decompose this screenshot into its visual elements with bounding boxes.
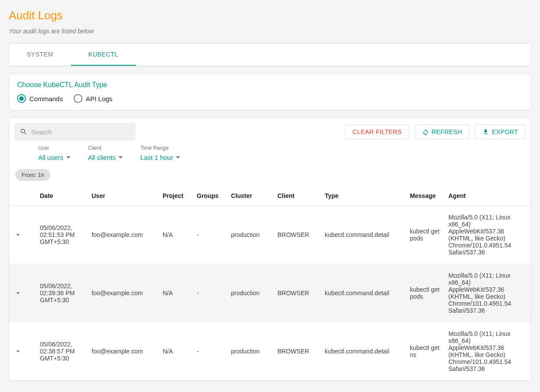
filter-time-label: Time Range	[140, 145, 180, 151]
cell-type: kubectl.command.detail	[320, 264, 405, 322]
filter-time-select[interactable]: Last 1 hour	[140, 154, 180, 161]
expand-row-icon[interactable]	[14, 289, 31, 297]
logs-card: CLEAR FILTERS REFRESH EXPORT User All us…	[9, 117, 531, 381]
filter-user-select[interactable]: All users	[38, 154, 71, 161]
export-button[interactable]: EXPORT	[475, 124, 526, 139]
cell-date: 05/06/2022, 02:51:53 PM GMT+5:30	[36, 206, 87, 264]
col-user: User	[87, 186, 158, 206]
cell-groups: -	[192, 264, 227, 322]
col-project: Project	[158, 186, 192, 206]
page-subtitle: Your audit logs are listed below	[9, 28, 531, 35]
expand-row-icon[interactable]	[14, 230, 31, 239]
refresh-button[interactable]: REFRESH	[415, 124, 470, 139]
page-title: Audit Logs	[9, 9, 531, 22]
refresh-icon	[422, 128, 429, 135]
col-date: Date	[36, 186, 87, 206]
search-input[interactable]	[31, 128, 130, 136]
radio-api-logs[interactable]: API Logs	[74, 94, 113, 103]
tab-system[interactable]: SYSTEM	[9, 44, 71, 66]
cell-cluster: production	[227, 322, 273, 381]
time-chip[interactable]: From: 1h	[15, 169, 50, 181]
filter-client-select[interactable]: All clients	[88, 154, 123, 161]
cell-groups: -	[192, 206, 227, 264]
cell-client: BROWSER	[273, 264, 320, 322]
col-message: Message	[405, 186, 444, 206]
col-groups: Groups	[192, 186, 227, 206]
filter-time-value: Last 1 hour	[140, 154, 173, 161]
cell-type: kubectl.command.detail	[320, 322, 405, 381]
radio-icon	[74, 94, 82, 103]
download-icon	[482, 128, 489, 135]
cell-project: N/A	[158, 322, 192, 381]
filter-user-label: User	[38, 145, 71, 151]
table-row: 05/06/2022, 02:51:53 PM GMT+5:30foo@exam…	[9, 206, 531, 264]
cell-type: kubectl.command.detail	[320, 206, 405, 264]
chevron-down-icon	[118, 156, 123, 159]
search-box[interactable]	[14, 123, 135, 141]
radio-api-logs-label: API Logs	[86, 95, 113, 102]
filter-user-value: All users	[38, 154, 64, 161]
col-cluster: Cluster	[227, 186, 273, 206]
cell-client: BROWSER	[273, 322, 320, 381]
tab-kubectl[interactable]: KUBECTL	[71, 44, 136, 66]
radio-commands[interactable]: Commands	[17, 94, 63, 103]
audit-type-card: Choose KubeCTL Audit Type Commands API L…	[9, 74, 531, 110]
cell-message: kubectl get pods	[405, 206, 444, 264]
cell-project: N/A	[158, 264, 192, 322]
chevron-down-icon	[176, 156, 180, 159]
cell-message: kubectl get pods	[405, 264, 444, 322]
export-label: EXPORT	[492, 128, 518, 135]
cell-cluster: production	[227, 206, 273, 264]
cell-date: 05/06/2022, 02:38:57 PM GMT+5:30	[36, 322, 87, 381]
filter-client-label: Client	[88, 145, 123, 151]
logs-table: Date User Project Groups Cluster Client …	[9, 186, 531, 381]
audit-type-title: Choose KubeCTL Audit Type	[17, 81, 523, 89]
col-type: Type	[320, 186, 405, 206]
cell-agent: Mozilla/5.0 (X11; Linux x86_64) AppleWeb…	[444, 206, 531, 264]
cell-client: BROWSER	[273, 206, 320, 264]
table-row: 05/06/2022, 02:39:36 PM GMT+5:30foo@exam…	[9, 264, 531, 322]
tabs-card: SYSTEM KUBECTL	[9, 43, 531, 67]
cell-agent: Mozilla/5.0 (X11; Linux x86_64) AppleWeb…	[444, 322, 531, 381]
cell-cluster: production	[227, 264, 273, 322]
filter-client-value: All clients	[88, 154, 116, 161]
refresh-label: REFRESH	[432, 128, 462, 135]
cell-date: 05/06/2022, 02:39:36 PM GMT+5:30	[36, 264, 87, 322]
radio-commands-label: Commands	[29, 95, 63, 102]
clear-filters-label: CLEAR FILTERS	[352, 128, 401, 135]
cell-agent: Mozilla/5.0 (X11; Linux x86_64) AppleWeb…	[444, 264, 531, 322]
cell-project: N/A	[158, 206, 192, 264]
col-agent: Agent	[444, 186, 531, 206]
radio-icon	[17, 94, 26, 103]
cell-user: foo@example.com	[87, 264, 158, 322]
table-row: 05/06/2022, 02:38:57 PM GMT+5:30foo@exam…	[9, 322, 531, 381]
cell-message: kubectl get ns	[405, 322, 444, 381]
chevron-down-icon	[66, 156, 71, 159]
clear-filters-button[interactable]: CLEAR FILTERS	[345, 124, 409, 139]
cell-groups: -	[192, 322, 227, 381]
cell-user: foo@example.com	[87, 322, 158, 381]
col-client: Client	[273, 186, 320, 206]
cell-user: foo@example.com	[87, 206, 158, 264]
search-icon	[20, 127, 28, 136]
expand-row-icon[interactable]	[14, 347, 31, 356]
